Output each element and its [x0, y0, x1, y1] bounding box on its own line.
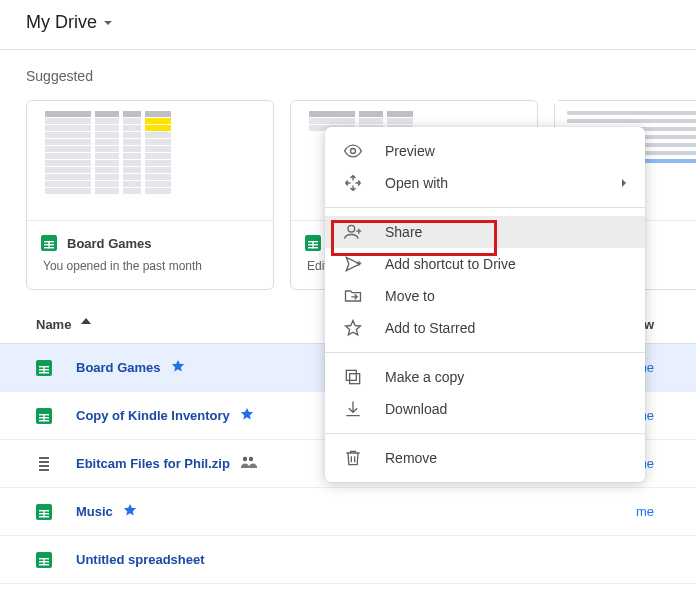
folder-move-icon: [343, 286, 363, 306]
breadcrumb-title: My Drive: [26, 12, 97, 33]
copy-icon: [343, 367, 363, 387]
file-name: Copy of Kindle Inventory: [76, 408, 230, 423]
svg-rect-9: [350, 374, 360, 384]
menu-open-with[interactable]: Open with: [325, 167, 645, 199]
caret-down-icon: [103, 14, 113, 32]
menu-label: Remove: [385, 450, 437, 466]
menu-label: Make a copy: [385, 369, 464, 385]
chevron-right-icon: [619, 175, 629, 191]
svg-rect-10: [346, 370, 356, 380]
arrow-up-icon: [79, 316, 93, 333]
menu-separator: [325, 352, 645, 353]
menu-preview[interactable]: Preview: [325, 135, 645, 167]
sheets-icon: [305, 235, 321, 251]
file-name: Ebitcam Files for Phil.zip: [76, 456, 230, 471]
menu-make-copy[interactable]: Make a copy: [325, 361, 645, 393]
sheets-icon: [36, 552, 54, 568]
open-with-icon: [343, 173, 363, 193]
menu-separator: [325, 433, 645, 434]
suggested-card[interactable]: Board Games You opened in the past month: [26, 100, 274, 290]
star-outline-icon: [343, 318, 363, 338]
eye-icon: [343, 141, 363, 161]
menu-label: Share: [385, 224, 422, 240]
file-name: Untitled spreadsheet: [76, 552, 205, 567]
file-row[interactable]: Untitled spreadsheet: [0, 536, 696, 584]
star-icon: [240, 407, 254, 425]
svg-point-8: [348, 225, 355, 232]
file-name: Board Games: [76, 360, 161, 375]
column-name-label: Name: [36, 317, 71, 332]
menu-download[interactable]: Download: [325, 393, 645, 425]
file-name: Music: [76, 504, 113, 519]
sheets-icon: [36, 504, 54, 520]
file-owner: me: [636, 504, 660, 519]
menu-label: Preview: [385, 143, 435, 159]
zip-icon: [36, 456, 54, 472]
menu-label: Add shortcut to Drive: [385, 256, 516, 272]
card-preview: [27, 101, 273, 221]
breadcrumb[interactable]: My Drive: [0, 0, 696, 41]
card-subtitle: You opened in the past month: [43, 259, 259, 273]
person-add-icon: [343, 222, 363, 242]
menu-label: Move to: [385, 288, 435, 304]
context-menu: Preview Open with Share Add shortcut to …: [325, 127, 645, 482]
menu-add-starred[interactable]: Add to Starred: [325, 312, 645, 344]
shortcut-icon: [343, 254, 363, 274]
star-icon: [123, 503, 137, 521]
menu-label: Download: [385, 401, 447, 417]
shared-icon: [240, 455, 258, 473]
suggested-heading: Suggested: [0, 50, 696, 86]
menu-share[interactable]: Share: [325, 216, 645, 248]
menu-separator: [325, 207, 645, 208]
trash-icon: [343, 448, 363, 468]
menu-move-to[interactable]: Move to: [325, 280, 645, 312]
file-row[interactable]: Music me: [0, 488, 696, 536]
star-icon: [171, 359, 185, 377]
download-icon: [343, 399, 363, 419]
svg-point-7: [351, 149, 356, 154]
menu-label: Open with: [385, 175, 448, 191]
sheets-icon: [36, 360, 54, 376]
menu-remove[interactable]: Remove: [325, 442, 645, 474]
sheets-icon: [36, 408, 54, 424]
card-title: Board Games: [67, 236, 152, 251]
column-name[interactable]: Name: [36, 316, 93, 333]
menu-add-shortcut[interactable]: Add shortcut to Drive: [325, 248, 645, 280]
sheets-icon: [41, 235, 57, 251]
menu-label: Add to Starred: [385, 320, 475, 336]
